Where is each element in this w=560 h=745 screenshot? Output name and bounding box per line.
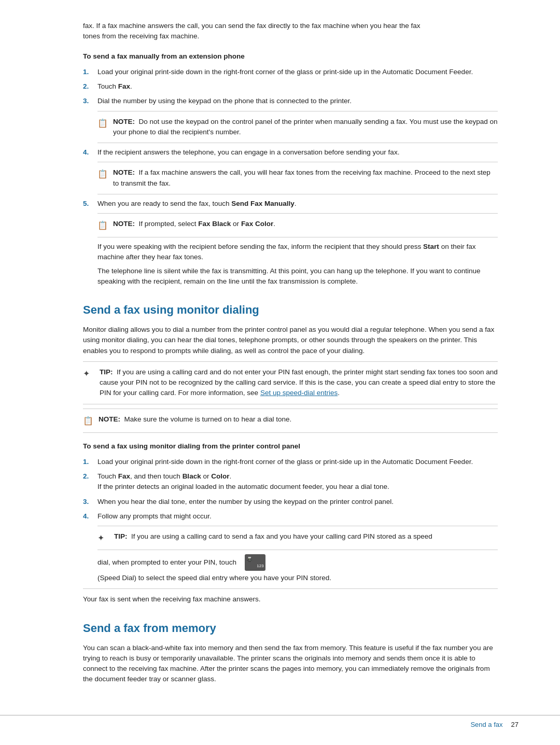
- fax-sent-text: Your fax is sent when the receiving fax …: [83, 594, 498, 605]
- step-5: 5. When you are ready to send the fax, t…: [83, 199, 498, 209]
- tip-2-container: ✦ TIP: If you are using a calling card t…: [83, 526, 498, 550]
- main-content: fax. If a fax machine answers the call, …: [83, 21, 498, 685]
- memory-intro: You can scan a black-and-white fax into …: [83, 643, 498, 685]
- footer-link: Send a fax: [470, 720, 502, 730]
- note-icon-2: 📋: [97, 168, 109, 180]
- tip-1-text: TIP: If you are using a calling card and…: [100, 367, 498, 399]
- manual-section-heading: To send a fax manually from an extension…: [83, 51, 498, 62]
- manual-steps-list: 1. Load your original print-side down in…: [83, 67, 498, 237]
- step-1: 1. Load your original print-side down in…: [83, 67, 498, 77]
- tip-icon-2: ✦: [97, 532, 110, 544]
- note-3: 📋 NOTE: If prompted, select Fax Black or…: [97, 213, 498, 237]
- note-icon-1: 📋: [97, 117, 109, 130]
- tip-1: ✦ TIP: If you are using a calling card a…: [83, 361, 498, 404]
- note-1-text: NOTE: Do not use the keypad on the contr…: [113, 117, 498, 138]
- page-container: fax. If a fax machine answers the call, …: [0, 0, 560, 745]
- step-4: 4. If the recipient answers the telephon…: [83, 147, 498, 158]
- extra-para-1: If you were speaking with the recipient …: [97, 242, 498, 263]
- note-2-container: 📋 NOTE: If a fax machine answers the cal…: [83, 162, 498, 194]
- divider-monitor: [83, 588, 498, 589]
- footer-page-number: 27: [511, 720, 519, 730]
- note-3-container: 📋 NOTE: If prompted, select Fax Black or…: [83, 213, 498, 237]
- tip-icon-1: ✦: [83, 368, 95, 380]
- speed-dial-icon: 📠 123: [245, 554, 265, 571]
- note-1-container: 📋 NOTE: Do not use the keypad on the con…: [83, 111, 498, 144]
- speed-dial-para: dial, when prompted to enter your PIN, t…: [97, 554, 498, 583]
- monitor-intro: Monitor dialing allows you to dial a num…: [83, 325, 498, 356]
- monitor-step-2: 2. Touch Fax, and then touch Black or Co…: [83, 471, 498, 493]
- note-1: 📋 NOTE: Do not use the keypad on the con…: [97, 111, 498, 144]
- monitor-dialing-title: Send a fax using monitor dialing: [83, 301, 498, 318]
- memory-section-title: Send a fax from memory: [83, 620, 498, 637]
- monitor-step-3: 3. When you hear the dial tone, enter th…: [83, 497, 498, 507]
- tip-2-text: TIP: If you are using a calling card to …: [114, 531, 432, 542]
- intro-paragraph: fax. If a fax machine answers the call, …: [83, 21, 498, 42]
- monitor-note-text: NOTE: Make sure the volume is turned on …: [99, 414, 291, 425]
- step-3: 3. Dial the number by using the keypad o…: [83, 96, 498, 106]
- note-2: 📋 NOTE: If a fax machine answers the cal…: [97, 162, 498, 194]
- step-2: 2. Touch Fax.: [83, 81, 498, 92]
- note-icon-3: 📋: [97, 219, 109, 232]
- monitor-subheading: To send a fax using monitor dialing from…: [83, 441, 498, 452]
- speed-dial-link[interactable]: Set up speed-dial entries: [260, 389, 338, 397]
- monitor-step-1: 1. Load your original print-side down in…: [83, 457, 498, 467]
- monitor-steps-list: 1. Load your original print-side down in…: [83, 457, 498, 550]
- monitor-note: 📋 NOTE: Make sure the volume is turned o…: [83, 409, 498, 433]
- monitor-step-4: 4. Follow any prompts that might occur.: [83, 511, 498, 522]
- note-3-text: NOTE: If prompted, select Fax Black or F…: [113, 219, 275, 229]
- extra-para-2: The telephone line is silent while the f…: [97, 266, 498, 287]
- tip-2: ✦ TIP: If you are using a calling card t…: [97, 526, 498, 550]
- note-icon-monitor: 📋: [83, 415, 94, 427]
- footer: Send a fax 27: [0, 715, 560, 730]
- note-2-text: NOTE: If a fax machine answers the call,…: [113, 167, 498, 189]
